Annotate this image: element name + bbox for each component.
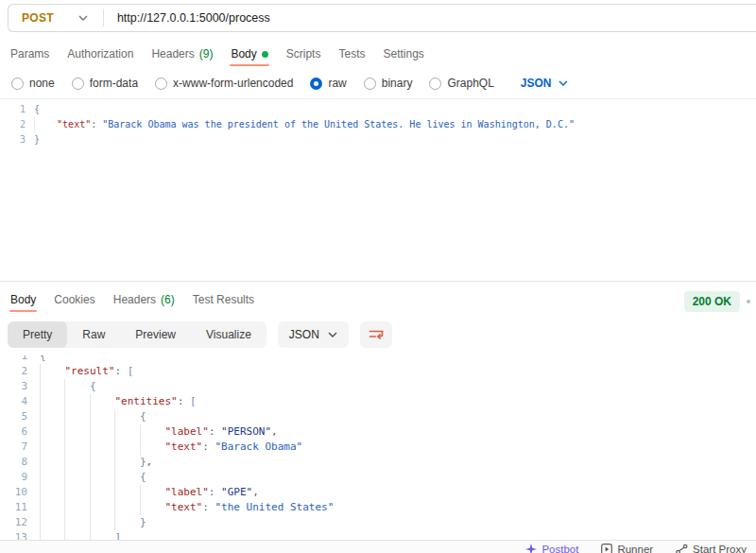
indent-guide (90, 530, 114, 540)
token-pun: : (202, 501, 215, 513)
code-line: 4"entities": [ (0, 394, 756, 409)
code-content: } (40, 515, 146, 530)
raw-language-label: JSON (521, 77, 552, 90)
request-tab-tests[interactable]: Tests (337, 43, 366, 69)
code-line: 7"text": "Barack Obama" (0, 440, 756, 455)
line-number: 2 (0, 117, 34, 132)
token-br: { (140, 410, 146, 423)
token-str: "the United States" (215, 501, 334, 513)
indent-guide (90, 440, 114, 455)
tab-label: Tests (338, 47, 365, 60)
code-content: { (40, 355, 46, 364)
indent-guide (90, 394, 114, 409)
body-type-none[interactable]: none (11, 77, 55, 90)
indent-guide (40, 470, 64, 485)
indent-guide (114, 500, 139, 515)
code-content: { (40, 379, 96, 394)
view-preview[interactable]: Preview (120, 321, 191, 348)
response-tab-cookies[interactable]: Cookies (53, 289, 95, 315)
line-number: 12 (0, 515, 40, 530)
indent-guide (40, 424, 64, 440)
tab-label: Headers (151, 47, 194, 60)
line-number: 11 (0, 500, 40, 515)
request-tab-body[interactable]: Body (230, 43, 268, 69)
response-tab-test-results[interactable]: Test Results (192, 289, 255, 315)
indent-guide (140, 500, 164, 515)
code-line: 1{ (0, 355, 756, 364)
indent-guide (64, 530, 89, 540)
tab-label: Headers (113, 293, 156, 306)
line-number: 1 (0, 355, 40, 364)
body-type-x-www-form-urlencoded[interactable]: x-www-form-urlencoded (155, 77, 293, 90)
statusbar-runner[interactable]: Runner (601, 544, 653, 553)
body-type-row: noneform-datax-www-form-urlencodedrawbin… (0, 69, 756, 99)
token-br: { (90, 380, 96, 392)
radio-icon (310, 78, 322, 90)
response-body-editor[interactable]: 1{2"result": [3{4"entities": [5{6"label"… (0, 355, 756, 540)
indent-guide (90, 500, 114, 515)
request-tabs: ParamsAuthorizationHeaders(9)BodyScripts… (0, 38, 756, 69)
indent-guide (40, 394, 64, 409)
body-type-raw[interactable]: raw (310, 77, 346, 90)
code-line: 8}, (0, 455, 756, 470)
raw-language-select[interactable]: JSON (521, 77, 568, 90)
token-pun: : (209, 425, 221, 438)
token-br: { (140, 471, 146, 483)
code-content: "label": "GPE", (40, 485, 259, 500)
tab-label: Test Results (193, 293, 254, 306)
request-tab-params[interactable]: Params (9, 43, 50, 69)
radio-icon (72, 78, 84, 90)
statusbar-postbot[interactable]: Postbot (525, 544, 578, 553)
tab-label: Settings (383, 47, 423, 60)
view-pretty[interactable]: Pretty (8, 321, 67, 348)
line-number: 8 (0, 455, 40, 470)
response-tab-headers[interactable]: Headers(6) (112, 289, 176, 315)
indent-guide (140, 485, 164, 500)
indent-guide (114, 470, 139, 485)
runner-icon (601, 544, 612, 553)
request-tab-authorization[interactable]: Authorization (66, 43, 134, 69)
request-tab-scripts[interactable]: Scripts (285, 43, 322, 69)
request-tab-settings[interactable]: Settings (382, 43, 424, 69)
token-key: "text" (164, 501, 202, 513)
token-br: [ (190, 395, 197, 407)
line-number: 2 (0, 364, 40, 379)
request-body-editor[interactable]: 1{2"text": "Barack Obama was the preside… (0, 99, 756, 281)
response-tab-body[interactable]: Body (9, 289, 37, 315)
statusbar-start-proxy[interactable]: Start Proxy (676, 544, 747, 553)
tab-label: Authorization (67, 47, 133, 60)
token-pun: : (178, 395, 190, 407)
body-type-form-data[interactable]: form-data (72, 77, 138, 90)
code-content: { (40, 470, 146, 485)
view-raw[interactable]: Raw (67, 321, 120, 348)
token-br: } (140, 516, 146, 528)
tab-label: Body (231, 47, 256, 60)
request-tab-headers[interactable]: Headers(9) (150, 43, 214, 69)
url-row: POST http://127.0.0.1:5000/process (0, 0, 756, 38)
code-line: 2"text": "Barack Obama was the president… (0, 117, 756, 132)
line-number: 9 (0, 470, 40, 485)
wrap-lines-button[interactable] (360, 321, 392, 348)
line-number: 4 (0, 394, 40, 409)
method-select[interactable]: POST (9, 11, 103, 25)
response-language-label: JSON (289, 328, 319, 341)
radio-icon (364, 78, 376, 90)
token-br: [ (128, 365, 134, 377)
code-content: "result": [ (40, 364, 133, 379)
indent-guide (40, 455, 64, 470)
token-key: "text" (164, 441, 202, 453)
indent-guide (40, 515, 64, 530)
statusbar-label: Start Proxy (693, 544, 747, 553)
indent-guide (64, 379, 89, 394)
url-input[interactable]: http://127.0.0.1:5000/process (104, 11, 270, 25)
indent-guide (114, 485, 139, 500)
indent-guide (64, 500, 89, 515)
code-line: 1{ (0, 102, 756, 117)
body-type-binary[interactable]: binary (364, 77, 413, 90)
token-pun: : (91, 119, 102, 130)
token-br: { (34, 104, 40, 114)
body-type-graphql[interactable]: GraphQL (429, 77, 493, 90)
response-language-select[interactable]: JSON (278, 321, 349, 348)
indent-guide (64, 440, 89, 455)
view-visualize[interactable]: Visualize (191, 321, 266, 348)
